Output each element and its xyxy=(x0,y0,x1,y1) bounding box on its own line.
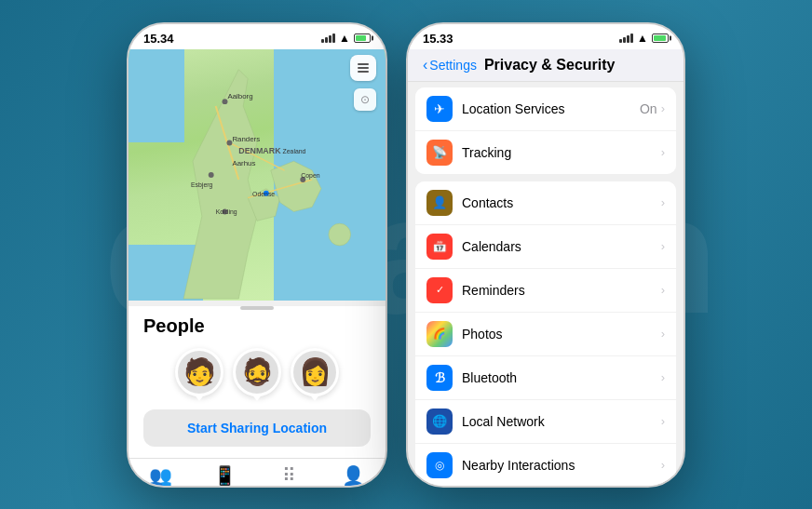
contacts-icon-symbol: 👤 xyxy=(432,195,447,209)
compass-icon: ⊙ xyxy=(360,93,370,106)
svg-rect-24 xyxy=(358,71,369,73)
photos-icon: 🌈 xyxy=(426,321,453,347)
people-section: People 🧑 🧔 👩 Start Sharing Location xyxy=(129,306,386,458)
right-status-bar: 15.33 ▲ xyxy=(408,24,683,49)
settings-row-calendars[interactable]: 📅 Calendars › xyxy=(415,225,676,269)
map-view[interactable]: Aalborg Randers Aarhus Esbjerg Kolding O… xyxy=(129,49,386,301)
bluetooth-icon-symbol: ℬ xyxy=(435,370,445,385)
nearby-chevron-icon: › xyxy=(661,458,665,472)
tab-me-icon: 👤 xyxy=(342,464,365,487)
left-status-icons: ▲ xyxy=(321,32,371,45)
contacts-chevron-icon: › xyxy=(661,195,665,209)
photos-chevron-icon: › xyxy=(661,327,665,341)
settings-row-reminders[interactable]: ✓ Reminders › xyxy=(415,269,676,313)
settings-row-photos[interactable]: 🌈 Photos › xyxy=(415,313,676,356)
page-title: Privacy & Security xyxy=(484,57,616,74)
wifi-icon: ▲ xyxy=(339,32,350,45)
tracking-icon: 📡 xyxy=(426,140,453,166)
svg-text:DENMARK: DENMARK xyxy=(238,146,281,155)
signal-bar-4 xyxy=(332,33,335,43)
location-services-label: Location Services xyxy=(462,101,640,116)
avatars-row: 🧑 🧔 👩 xyxy=(143,348,371,396)
settings-list: ✈ Location Services On › 📡 Tracking › xyxy=(408,82,683,488)
right-battery-fill xyxy=(654,35,666,41)
calendars-icon-symbol: 📅 xyxy=(432,239,447,253)
settings-row-local-network[interactable]: 🌐 Local Network › xyxy=(415,400,676,444)
map-compass-button[interactable]: ⊙ xyxy=(354,88,376,111)
bluetooth-chevron-icon: › xyxy=(661,370,665,384)
reminders-chevron-icon: › xyxy=(661,283,665,297)
tab-items[interactable]: ⠿ Items xyxy=(257,464,321,488)
settings-row-tracking[interactable]: 📡 Tracking › xyxy=(415,131,676,174)
tracking-label: Tracking xyxy=(462,145,661,160)
left-status-bar: 15.34 ▲ xyxy=(129,24,386,49)
svg-point-3 xyxy=(329,223,351,246)
tab-devices[interactable]: 📱 Devices xyxy=(193,464,257,488)
avatar-2[interactable]: 🧔 xyxy=(233,348,281,396)
svg-text:Kolding: Kolding xyxy=(216,208,237,216)
tracking-icon-symbol: 📡 xyxy=(432,145,447,159)
left-phone: 15.34 ▲ xyxy=(127,22,387,488)
people-title: People xyxy=(143,315,371,337)
local-network-icon: 🌐 xyxy=(426,409,453,435)
tab-people[interactable]: 👥 People xyxy=(129,464,193,488)
calendars-label: Calendars xyxy=(462,239,661,254)
tab-people-icon: 👥 xyxy=(149,464,172,487)
svg-text:Aarhus: Aarhus xyxy=(232,159,255,167)
avatar-2-wrapper: 🧔 xyxy=(233,348,281,396)
signal-bar-2 xyxy=(325,37,328,43)
right-phone: 15.33 ▲ ‹ Settings Privacy & Securi xyxy=(406,22,685,488)
calendars-chevron-icon: › xyxy=(661,239,665,253)
avatar-1-wrapper: 🧑 xyxy=(175,348,223,396)
settings-row-nearby[interactable]: ◎ Nearby Interactions › xyxy=(415,444,676,488)
local-network-icon-symbol: 🌐 xyxy=(432,414,447,428)
location-icon-symbol: ✈ xyxy=(434,101,445,116)
avatar-1[interactable]: 🧑 xyxy=(175,348,223,396)
back-arrow-icon: ‹ xyxy=(423,57,427,74)
contacts-label: Contacts xyxy=(462,195,661,210)
right-signal-bar-4 xyxy=(630,33,633,43)
svg-text:Aalborg: Aalborg xyxy=(227,92,252,100)
nearby-label: Nearby Interactions xyxy=(462,458,661,473)
reminders-icon: ✓ xyxy=(426,277,453,303)
local-network-chevron-icon: › xyxy=(661,414,665,428)
right-signal-icon xyxy=(619,33,633,43)
tracking-chevron-icon: › xyxy=(661,145,665,159)
svg-point-9 xyxy=(209,172,214,178)
tab-me[interactable]: 👤 Me xyxy=(321,464,386,488)
settings-row-location[interactable]: ✈ Location Services On › xyxy=(415,87,676,131)
settings-group-1: ✈ Location Services On › 📡 Tracking › xyxy=(415,87,676,174)
avatar-3[interactable]: 👩 xyxy=(291,348,339,396)
denmark-svg: Aalborg Randers Aarhus Esbjerg Kolding O… xyxy=(129,49,386,301)
right-battery-icon xyxy=(652,33,669,43)
battery-fill xyxy=(356,35,366,41)
svg-text:Zealand: Zealand xyxy=(283,148,306,154)
battery-icon xyxy=(354,33,371,43)
tab-devices-icon: 📱 xyxy=(213,464,237,487)
svg-text:Odense: Odense xyxy=(252,190,275,196)
tab-bar: 👥 People 📱 Devices ⠿ Items 👤 Me xyxy=(129,458,386,488)
tab-items-icon: ⠿ xyxy=(282,464,296,487)
right-status-icons: ▲ xyxy=(619,32,669,45)
photos-icon-symbol: 🌈 xyxy=(433,328,446,340)
settings-row-bluetooth[interactable]: ℬ Bluetooth › xyxy=(415,356,676,400)
nearby-interactions-icon: ◎ xyxy=(426,452,453,478)
share-location-button[interactable]: Start Sharing Location xyxy=(143,409,371,447)
left-time: 15.34 xyxy=(143,32,174,46)
svg-text:Copen: Copen xyxy=(301,171,319,179)
bluetooth-icon: ℬ xyxy=(426,365,453,391)
reminders-icon-symbol: ✓ xyxy=(436,284,444,296)
signal-bar-3 xyxy=(329,35,332,43)
contacts-icon: 👤 xyxy=(426,190,453,216)
map-layers-button[interactable] xyxy=(350,55,376,81)
settings-row-contacts[interactable]: 👤 Contacts › xyxy=(415,181,676,225)
right-signal-bar-2 xyxy=(623,37,626,43)
right-signal-bar-1 xyxy=(619,39,622,43)
drag-handle[interactable] xyxy=(240,306,274,310)
right-wifi-icon: ▲ xyxy=(637,32,648,45)
right-time: 15.33 xyxy=(423,32,453,46)
svg-text:Esbjerg: Esbjerg xyxy=(191,181,212,188)
back-button[interactable]: ‹ Settings xyxy=(423,57,477,74)
right-signal-bar-3 xyxy=(627,35,629,43)
local-network-label: Local Network xyxy=(462,414,661,429)
